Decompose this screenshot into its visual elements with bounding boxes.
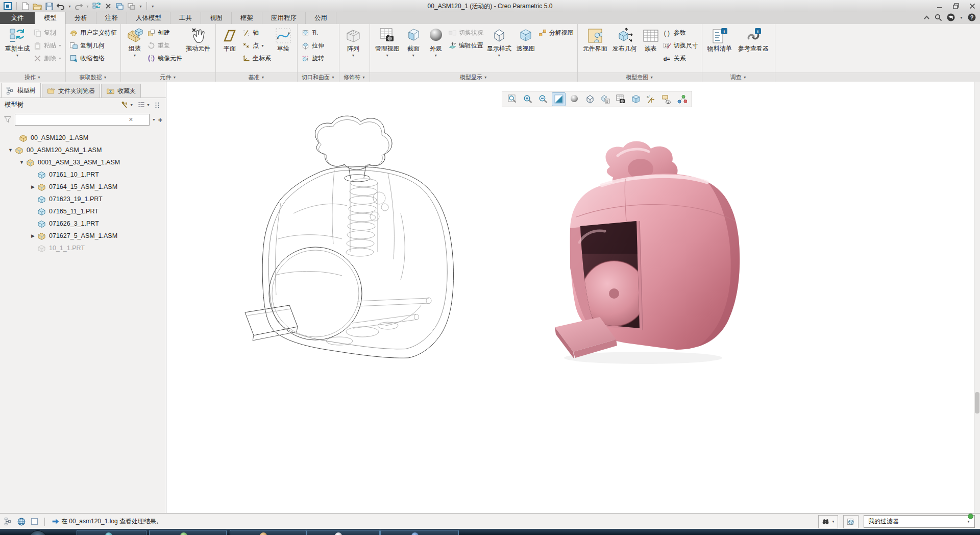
find-button[interactable]: ▼ bbox=[818, 515, 838, 528]
tab-favorites[interactable]: 收藏夹 bbox=[101, 84, 141, 98]
redo-button[interactable] bbox=[74, 2, 83, 11]
tree-item[interactable]: 00_ASM120_1.ASM bbox=[0, 132, 166, 144]
tree-item[interactable]: 07165_11_1.PRT bbox=[0, 205, 166, 217]
toggle-browser-button[interactable] bbox=[17, 517, 26, 526]
customize-quick-access-caret[interactable]: ▼ bbox=[151, 5, 155, 8]
tab-framework[interactable]: 框架 bbox=[232, 12, 262, 24]
group-label-modifiers[interactable]: 修饰符▼ bbox=[339, 72, 370, 82]
learning-center-caret[interactable]: ▼ bbox=[960, 16, 963, 19]
undo-dropdown-caret[interactable]: ▼ bbox=[68, 5, 71, 8]
tab-annotate[interactable]: 注释 bbox=[96, 12, 127, 24]
perspective-toolbar-button[interactable] bbox=[629, 93, 642, 106]
select-items-button[interactable] bbox=[843, 515, 859, 528]
hole-button[interactable]: 孔 bbox=[301, 28, 324, 38]
tab-model-tree[interactable]: 模型树 bbox=[1, 83, 41, 98]
regenerate-quick-icon[interactable] bbox=[92, 2, 101, 11]
zoom-out-button[interactable] bbox=[536, 93, 549, 106]
taskbar-app-button[interactable] bbox=[230, 530, 306, 535]
tree-tools-button[interactable]: ▼ bbox=[120, 101, 133, 109]
tree-columns-button[interactable] bbox=[154, 101, 161, 109]
tree-item[interactable]: 071626_3_1.PRT bbox=[0, 217, 166, 230]
canvas-scrollbar[interactable] bbox=[974, 82, 980, 513]
exploded-view-button[interactable]: 分解视图 bbox=[538, 28, 574, 38]
windows-button[interactable] bbox=[115, 2, 125, 11]
tree-display-options-button[interactable]: ▼ bbox=[137, 101, 150, 109]
create-component-button[interactable]: 创建 bbox=[147, 28, 182, 38]
group-label-datum[interactable]: 基准▼ bbox=[216, 72, 297, 82]
relations-button[interactable]: d=关系 bbox=[663, 54, 698, 63]
taskbar-app-button[interactable] bbox=[380, 530, 459, 535]
perspective-button[interactable]: 透视图 bbox=[514, 25, 537, 72]
tab-view[interactable]: 视图 bbox=[201, 12, 232, 24]
tab-tools[interactable]: 工具 bbox=[170, 12, 201, 24]
section-button[interactable]: 截面 ▼ bbox=[402, 25, 425, 72]
help-icon[interactable]: ? bbox=[968, 13, 976, 21]
point-button[interactable]: 点▼ bbox=[242, 41, 271, 51]
fullscreen-toggle-button[interactable] bbox=[30, 517, 39, 526]
minimize-button[interactable] bbox=[935, 2, 944, 10]
zoom-in-button[interactable] bbox=[521, 93, 534, 106]
parameters-button[interactable]: ( )参数 bbox=[663, 28, 698, 38]
chevron-collapsed-icon[interactable]: ▶ bbox=[29, 233, 37, 238]
taskbar-app-button[interactable] bbox=[306, 530, 380, 535]
group-label-component[interactable]: 元件▼ bbox=[121, 72, 215, 82]
save-button[interactable] bbox=[44, 2, 54, 11]
regenerate-button[interactable]: 重新生成 ▼ bbox=[3, 25, 32, 72]
filter-funnel-icon[interactable] bbox=[4, 115, 12, 124]
scrollbar-thumb[interactable] bbox=[975, 392, 979, 414]
bill-of-materials-button[interactable]: i 物料清单 bbox=[705, 25, 734, 72]
group-label-model-display[interactable]: 模型显示▼ bbox=[370, 72, 577, 82]
tree-item[interactable]: 071623_19_1.PRT bbox=[0, 193, 166, 205]
spin-center-button[interactable] bbox=[675, 93, 688, 106]
component-interface-button[interactable]: 元件界面 bbox=[580, 25, 610, 72]
toggle-navigator-button[interactable] bbox=[4, 517, 13, 526]
learning-center-icon[interactable] bbox=[947, 13, 955, 21]
graphics-area[interactable]: x/ bbox=[167, 82, 980, 513]
group-label-operations[interactable]: 操作▼ bbox=[0, 72, 65, 82]
close-button[interactable] bbox=[968, 2, 977, 10]
group-label-get-data[interactable]: 获取数据▼ bbox=[66, 72, 120, 82]
drag-components-button[interactable]: 拖动元件 bbox=[183, 25, 213, 72]
taskbar-app-button[interactable] bbox=[149, 530, 227, 535]
copy-geometry-button[interactable]: 复制几何 bbox=[69, 41, 117, 51]
edit-position-button[interactable]: 编辑位置 bbox=[448, 41, 483, 51]
tree-item[interactable]: ▼ 0001_ASM_33_ASM_1.ASM bbox=[0, 156, 166, 168]
open-file-button[interactable] bbox=[33, 2, 42, 11]
display-style-toolbar-button[interactable] bbox=[583, 93, 596, 106]
manage-views-button[interactable]: 管理视图 ▼ bbox=[373, 25, 402, 72]
group-label-investigate[interactable]: 调查▼ bbox=[702, 72, 775, 82]
axis-button[interactable]: 轴 bbox=[242, 28, 271, 38]
delete-button[interactable]: 删除▼ bbox=[33, 54, 62, 63]
display-style-button[interactable]: 显示样式 ▼ bbox=[484, 25, 514, 72]
switch-status-button[interactable]: 切换状况 bbox=[448, 28, 483, 38]
shrinkwrap-button[interactable]: 收缩包络 bbox=[69, 54, 117, 63]
new-file-button[interactable] bbox=[21, 2, 30, 11]
start-button[interactable] bbox=[29, 530, 47, 535]
chevron-expanded-icon[interactable]: ▼ bbox=[6, 148, 15, 153]
mirror-component-button[interactable]: 镜像元件 bbox=[147, 54, 182, 63]
redo-dropdown-caret[interactable]: ▼ bbox=[86, 5, 89, 8]
group-label-cut-surface[interactable]: 切口和曲面▼ bbox=[298, 72, 339, 82]
tab-applications[interactable]: 应用程序 bbox=[262, 12, 306, 24]
undo-button[interactable] bbox=[56, 2, 65, 11]
selection-filter-dropdown[interactable]: 我的过滤器 ▼ bbox=[864, 515, 975, 528]
window-arrange-button[interactable] bbox=[127, 2, 136, 11]
tab-model[interactable]: 模型 bbox=[35, 12, 66, 24]
tab-file[interactable]: 文件 bbox=[0, 12, 35, 24]
tree-item[interactable]: ▼ 00_ASM120_ASM_1.ASM bbox=[0, 144, 166, 156]
tab-manikin[interactable]: 人体模型 bbox=[127, 12, 170, 24]
family-table-button[interactable]: 族表 bbox=[640, 25, 662, 72]
tab-common[interactable]: 公用 bbox=[306, 12, 336, 24]
saved-orientations-button[interactable] bbox=[599, 93, 611, 106]
app-system-icon[interactable] bbox=[3, 2, 12, 11]
zoom-window-button[interactable] bbox=[506, 93, 519, 106]
revolve-button[interactable]: 旋转 bbox=[301, 54, 324, 63]
publish-geometry-button[interactable]: 发布几何 bbox=[610, 25, 640, 72]
csys-button[interactable]: 坐标系 bbox=[242, 54, 271, 63]
udf-button[interactable]: 用户定义特征 bbox=[69, 28, 117, 38]
wireframe-model[interactable] bbox=[232, 111, 472, 383]
restore-button[interactable] bbox=[951, 2, 961, 10]
reference-viewer-button[interactable]: i 参考查看器 bbox=[734, 25, 772, 72]
sketch-button[interactable]: 草绘 bbox=[272, 25, 295, 72]
filter-dropdown-caret[interactable]: ▼ bbox=[152, 118, 156, 121]
